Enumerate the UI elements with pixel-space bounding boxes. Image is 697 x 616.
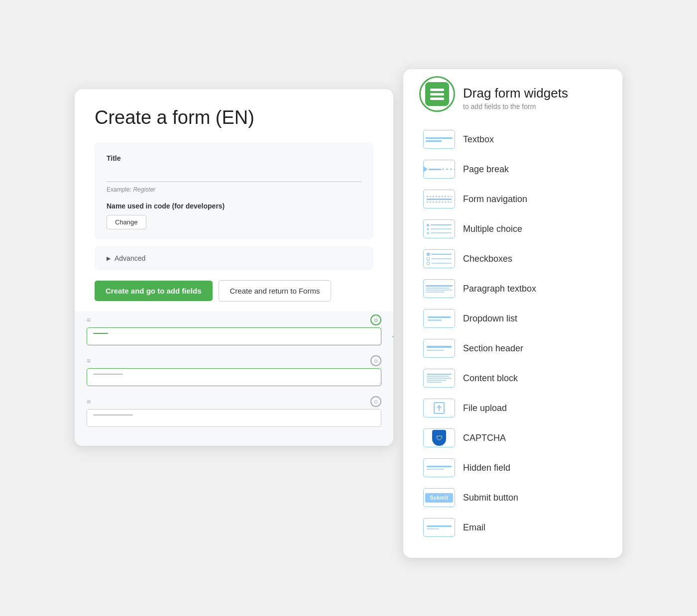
widget-label-contentblock: Content block xyxy=(463,373,518,384)
form-creator-card: Create a form (EN) Title Example: Regist… xyxy=(75,89,393,446)
widget-label-submitbutton: Submit button xyxy=(463,493,518,503)
field-input-box-2 xyxy=(87,368,381,386)
widget-label-textbox: Textbox xyxy=(463,134,494,145)
drag-handle-1[interactable]: ≡ xyxy=(87,316,91,324)
change-button[interactable]: Change xyxy=(107,215,146,229)
widget-label-dropdown: Dropdown list xyxy=(463,313,517,324)
widget-icon-email xyxy=(423,518,455,537)
widget-icon-hiddenfield xyxy=(423,458,455,477)
widgets-subtitle: to add fields to the form xyxy=(463,103,568,110)
widget-icon-contentblock xyxy=(423,369,455,388)
widget-label-formnav: Form navigation xyxy=(463,194,527,205)
field-rows-preview: ≡ ⊙ ← ≡ ⊙ ≡ xyxy=(75,311,393,446)
widget-item-sectionheader[interactable]: Section header xyxy=(419,334,606,363)
widget-icon-pagebreak xyxy=(423,160,455,179)
widgets-title: Drag form widgets xyxy=(463,86,568,101)
widget-label-sectionheader: Section header xyxy=(463,343,523,354)
title-section: Title Example: Register Name used in cod… xyxy=(95,142,373,239)
widget-icon-sectionheader xyxy=(423,339,455,358)
widgets-icon xyxy=(425,82,449,106)
field-row-3: ≡ ⊙ xyxy=(87,393,381,427)
widget-item-contentblock[interactable]: Content block xyxy=(419,364,606,393)
create-return-button[interactable]: Create and return to Forms xyxy=(219,280,332,302)
advanced-label: Advanced xyxy=(115,254,145,262)
arrow-indicator: ← xyxy=(391,332,393,341)
drag-handle-3[interactable]: ≡ xyxy=(87,398,91,406)
drag-handle-2[interactable]: ≡ xyxy=(87,357,91,365)
widget-label-multiplechoice: Multiple choice xyxy=(463,224,522,234)
icon-line-1 xyxy=(430,89,444,91)
widget-item-formnav[interactable]: Form navigation xyxy=(419,185,606,213)
widget-item-email[interactable]: Email xyxy=(419,513,606,542)
widget-label-checkboxes: Checkboxes xyxy=(463,254,512,264)
icon-line-3 xyxy=(430,98,444,100)
widget-label-email: Email xyxy=(463,522,485,533)
inner-line-3 xyxy=(93,414,133,415)
widget-label-paratextbox: Paragraph textbox xyxy=(463,284,536,294)
widgets-title-block: Drag form widgets to add fields to the f… xyxy=(463,84,568,110)
action-buttons: Create and go to add fields Create and r… xyxy=(95,280,373,302)
advanced-section[interactable]: ▶ Advanced xyxy=(95,246,373,270)
widget-label-captcha: CAPTCHA xyxy=(463,433,506,443)
widget-list: Textbox Page break xyxy=(419,125,606,542)
widget-icon-formnav xyxy=(423,190,455,208)
widget-icon-dropdown xyxy=(423,309,455,328)
page-title: Create a form (EN) xyxy=(95,107,373,128)
icon-line-2 xyxy=(430,93,444,96)
widget-item-fileupload[interactable]: File upload xyxy=(419,394,606,422)
inner-line-1 xyxy=(93,333,108,334)
widget-item-textbox[interactable]: Textbox xyxy=(419,125,606,154)
title-input[interactable] xyxy=(107,166,361,182)
widget-icon-multiplechoice xyxy=(423,219,455,238)
widget-icon-fileupload xyxy=(423,399,455,417)
widget-icon-submitbutton: Submit xyxy=(423,488,455,507)
field-circle-1: ⊙ xyxy=(370,314,381,325)
widget-icon-paratextbox xyxy=(423,279,455,298)
field-row-1: ≡ ⊙ ← xyxy=(87,311,381,345)
field-input-box-1: ← xyxy=(87,327,381,345)
widget-item-checkboxes[interactable]: ✓ Checkboxes xyxy=(419,244,606,273)
widget-label-hiddenfield: Hidden field xyxy=(463,463,510,473)
widget-icon-checkboxes: ✓ xyxy=(423,249,455,268)
widget-item-captcha[interactable]: 🛡 CAPTCHA xyxy=(419,423,606,452)
example-text: Example: Register xyxy=(107,186,361,193)
widget-item-multiplechoice[interactable]: Multiple choice xyxy=(419,214,606,243)
widget-item-submitbutton[interactable]: Submit Submit button xyxy=(419,483,606,512)
widget-item-dropdown[interactable]: Dropdown list xyxy=(419,304,606,333)
field-circle-3: ⊙ xyxy=(370,396,381,407)
name-label: Name used in code (for developers) xyxy=(107,202,361,210)
widgets-icon-circle xyxy=(419,76,455,112)
widget-label-pagebreak: Page break xyxy=(463,164,509,175)
inner-line-2 xyxy=(93,374,123,375)
widgets-panel: Drag form widgets to add fields to the f… xyxy=(403,69,622,558)
field-circle-2: ⊙ xyxy=(370,355,381,366)
field-input-box-3 xyxy=(87,409,381,427)
create-go-button[interactable]: Create and go to add fields xyxy=(95,281,213,301)
title-label: Title xyxy=(107,154,361,162)
widget-icon-textbox xyxy=(423,130,455,149)
widget-item-pagebreak[interactable]: Page break xyxy=(419,155,606,184)
widget-item-paratextbox[interactable]: Paragraph textbox xyxy=(419,274,606,303)
widget-label-fileupload: File upload xyxy=(463,403,507,413)
widget-item-hiddenfield[interactable]: Hidden field xyxy=(419,453,606,482)
advanced-arrow-icon: ▶ xyxy=(107,255,111,262)
name-section: Name used in code (for developers) Chang… xyxy=(107,202,361,229)
field-row-2: ≡ ⊙ xyxy=(87,352,381,386)
widgets-header: Drag form widgets to add fields to the f… xyxy=(419,84,606,112)
widget-icon-captcha: 🛡 xyxy=(423,428,455,447)
